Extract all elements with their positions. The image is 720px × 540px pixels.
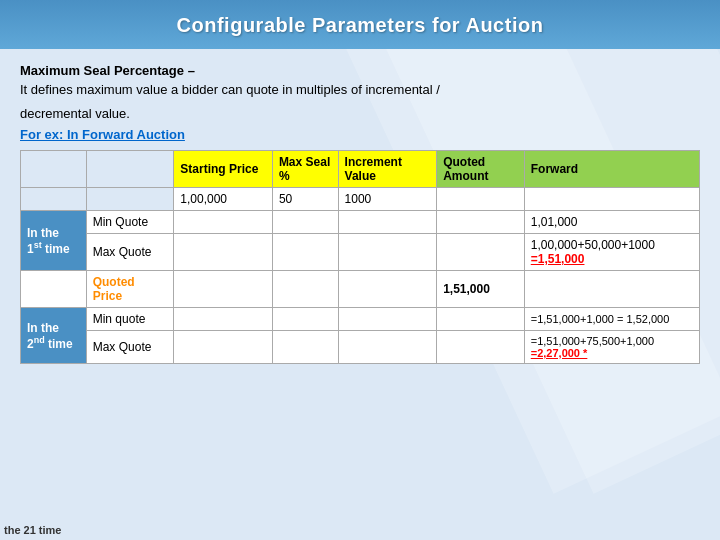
min-starting <box>174 211 273 234</box>
num-2: 2 <box>27 337 34 351</box>
quoted-price-row: Quoted Price 1,51,000 <box>21 271 700 308</box>
row2-max-increment <box>338 331 437 364</box>
section-link[interactable]: For ex: In Forward Auction <box>20 127 700 142</box>
min-quoted <box>437 211 525 234</box>
st-suffix: st <box>34 240 42 250</box>
max-seal-value: 50 <box>272 188 338 211</box>
forward-2nd-max-line1: =1,51,000+75,500+1,000 <box>531 335 654 347</box>
max-increment <box>338 234 437 271</box>
row2-min-increment <box>338 308 437 331</box>
min-increment <box>338 211 437 234</box>
header-title: Configurable Parameters for Auction <box>177 14 544 36</box>
row2-max-forward: =1,51,000+75,500+1,000 =2,27,000 * <box>524 331 699 364</box>
starting-price-value: 1,00,000 <box>174 188 273 211</box>
col-header-empty1 <box>21 151 87 188</box>
max-max <box>272 234 338 271</box>
label-1st-time: In the 1st time <box>21 211 87 271</box>
values-empty1 <box>21 188 87 211</box>
quoted-price-value: 1,51,000 <box>437 271 525 308</box>
section-title: Maximum Seal Percentage – <box>20 63 700 78</box>
row2-max-quoted <box>437 331 525 364</box>
table-header-row: Starting Price Max Seal % Increment Valu… <box>21 151 700 188</box>
nd-suffix: nd <box>34 335 45 345</box>
min-quote-label: Min Quote <box>86 211 174 234</box>
qp-empty1 <box>21 271 87 308</box>
label-2nd-time: In the 2nd time <box>21 308 87 364</box>
max-quote-label: Max Quote <box>86 234 174 271</box>
section-desc-line2: decremental value. <box>20 104 700 124</box>
time-1: time <box>42 242 70 256</box>
row2-min-label: Min quote <box>86 308 174 331</box>
num-1: 1 <box>27 242 34 256</box>
row2-max-starting <box>174 331 273 364</box>
qp-forward <box>524 271 699 308</box>
section-desc-line1: It defines maximum value a bidder can qu… <box>20 80 700 100</box>
footer-label: the 21 time <box>4 524 61 536</box>
row2-max-label: Max Quote <box>86 331 174 364</box>
values-row: 1,00,000 50 1000 <box>21 188 700 211</box>
auction-table: Starting Price Max Seal % Increment Valu… <box>20 150 700 364</box>
col-header-starting: Starting Price <box>174 151 273 188</box>
row2-min-starting <box>174 308 273 331</box>
page-header: Configurable Parameters for Auction <box>0 0 720 49</box>
col-header-increment: Increment Value <box>338 151 437 188</box>
page-wrapper: Configurable Parameters for Auction Maxi… <box>0 0 720 540</box>
forward-2nd-max-line2: =2,27,000 * <box>531 347 588 359</box>
row2-min-forward: =1,51,000+1,000 = 1,52,000 <box>524 308 699 331</box>
row2-min-max <box>272 308 338 331</box>
col-header-empty2 <box>86 151 174 188</box>
row-2nd-max: Max Quote =1,51,000+75,500+1,000 =2,27,0… <box>21 331 700 364</box>
row-2nd-min: In the 2nd time Min quote =1,51,000+1,00… <box>21 308 700 331</box>
row-1st-min: In the 1st time Min Quote 1,01,000 <box>21 211 700 234</box>
row-1st-max: Max Quote 1,00,000+50,000+1000 =1,51,000 <box>21 234 700 271</box>
max-forward: 1,00,000+50,000+1000 =1,51,000 <box>524 234 699 271</box>
col-header-forward: Forward <box>524 151 699 188</box>
table-container: Starting Price Max Seal % Increment Valu… <box>20 150 700 364</box>
increment-value: 1000 <box>338 188 437 211</box>
quoted-price-label: Quoted Price <box>86 271 174 308</box>
row2-max-max <box>272 331 338 364</box>
forward-1st-max-line2: =1,51,000 <box>531 252 585 266</box>
main-content: Maximum Seal Percentage – It defines max… <box>0 49 720 374</box>
forward-2nd-min: =1,51,000+1,000 = 1,52,000 <box>531 313 670 325</box>
max-starting <box>174 234 273 271</box>
col-header-max: Max Seal % <box>272 151 338 188</box>
time-2: time <box>45 337 73 351</box>
in-the-2: In the <box>27 321 59 335</box>
min-forward: 1,01,000 <box>524 211 699 234</box>
qp-increment <box>338 271 437 308</box>
col-header-quoted: Quoted Amount <box>437 151 525 188</box>
quoted-value-empty <box>437 188 525 211</box>
forward-value-empty <box>524 188 699 211</box>
row2-min-quoted <box>437 308 525 331</box>
in-the-1: In the <box>27 226 59 240</box>
qp-max <box>272 271 338 308</box>
max-quoted <box>437 234 525 271</box>
qp-starting <box>174 271 273 308</box>
min-max <box>272 211 338 234</box>
forward-1st-min: 1,01,000 <box>531 215 578 229</box>
values-empty2 <box>86 188 174 211</box>
forward-1st-max-line1: 1,00,000+50,000+1000 <box>531 238 655 252</box>
